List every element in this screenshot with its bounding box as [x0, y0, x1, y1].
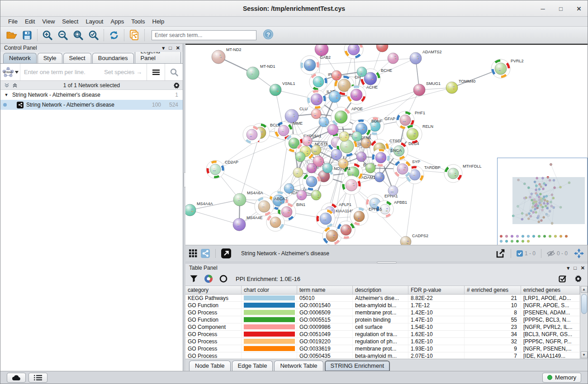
tree-expander-icon[interactable]: ▼: [0, 93, 12, 97]
table-row[interactable]: GO ComponentGO:0009986cell surface1.54E-…: [185, 323, 580, 331]
close-button[interactable]: ✕: [575, 5, 583, 12]
table-row[interactable]: GO ProcessGO:0051049regulation of tra...…: [185, 331, 580, 338]
menu-view[interactable]: View: [39, 17, 58, 26]
gear-icon[interactable]: [173, 82, 180, 89]
scrollbar-thumb[interactable]: [581, 294, 587, 314]
pan-mode-button[interactable]: [574, 248, 584, 258]
minimize-button[interactable]: ─: [539, 5, 547, 12]
network-row[interactable]: String Network - Alzheimer's disease 100…: [0, 100, 183, 110]
protein-node[interactable]: [356, 152, 366, 162]
table-row[interactable]: GO ProcessGO:0050435beta-amyloid m...2.0…: [185, 352, 580, 359]
network-collection-row[interactable]: ▼ String Network - Alzheimer's disease 1: [0, 90, 183, 100]
task-history-button[interactable]: [28, 373, 47, 383]
protein-node[interactable]: [329, 91, 341, 103]
zoom-out-button[interactable]: [55, 28, 71, 42]
protein-node[interactable]: CADPS2: [400, 234, 428, 245]
protein-node[interactable]: [293, 168, 303, 178]
column-header[interactable]: description: [353, 286, 408, 295]
menu-layout[interactable]: Layout: [82, 17, 106, 26]
string-query-input[interactable]: [20, 69, 104, 75]
protein-node[interactable]: [332, 70, 341, 80]
menu-help[interactable]: Help: [149, 17, 168, 26]
overview-viewport-rect[interactable]: [512, 177, 585, 224]
panel-float-icon[interactable]: □: [574, 265, 577, 271]
protein-node[interactable]: [315, 45, 328, 56]
string-options-button[interactable]: [147, 64, 165, 80]
protein-node[interactable]: [352, 131, 362, 141]
tab-edge-table[interactable]: Edge Table: [232, 361, 273, 371]
tab-string-enrichment[interactable]: STRING Enrichment: [325, 361, 390, 371]
column-header[interactable]: FDR p-value: [408, 286, 465, 295]
panel-collapse-icon[interactable]: ▾: [567, 265, 570, 271]
protein-node[interactable]: MT-ND1: [247, 64, 275, 80]
scroll-up-button[interactable]: ▲: [581, 286, 588, 293]
protein-node[interactable]: [307, 163, 317, 173]
save-session-button[interactable]: [19, 28, 35, 42]
scroll-down-button[interactable]: ▼: [581, 351, 588, 358]
protein-node[interactable]: [388, 186, 398, 196]
protein-node[interactable]: ACHE: [347, 85, 378, 104]
protein-node[interactable]: MS4A4A: [185, 201, 213, 216]
string-search-button[interactable]: [165, 64, 183, 80]
protein-node[interactable]: [302, 136, 312, 146]
panel-collapse-icon[interactable]: ▾: [162, 45, 165, 51]
protein-node[interactable]: [388, 53, 398, 64]
protein-node[interactable]: [243, 126, 261, 144]
protein-node[interactable]: [319, 117, 329, 127]
column-header[interactable]: category: [185, 286, 242, 295]
protein-node[interactable]: [311, 145, 321, 155]
protein-node[interactable]: [311, 109, 321, 119]
protein-node[interactable]: RELN: [403, 124, 433, 144]
network-canvas[interactable]: MT-ND2MT-ND1VSNL1GAB2IRS1CHATBCHEACHEIL1…: [185, 44, 588, 245]
maximize-button[interactable]: □: [557, 5, 565, 12]
column-header[interactable]: # enriched genes: [465, 286, 521, 295]
table-row[interactable]: GO ProcessGO:0033619membrane prot...1.93…: [185, 345, 580, 352]
tab-network-table[interactable]: Network Table: [274, 361, 323, 371]
protein-node[interactable]: [365, 163, 375, 173]
search-input[interactable]: [152, 30, 256, 40]
string-protein-query-dropdown[interactable]: STRING: [0, 64, 20, 80]
column-header[interactable]: term name: [297, 286, 353, 295]
table-scrollbar[interactable]: ▲ ▼: [580, 286, 588, 359]
protein-node[interactable]: [338, 159, 348, 169]
panel-close-icon[interactable]: ✕: [176, 45, 180, 51]
import-network-button[interactable]: [127, 28, 142, 42]
protein-node[interactable]: [375, 172, 384, 182]
protein-node[interactable]: [339, 131, 349, 141]
protein-node[interactable]: [327, 124, 338, 135]
protein-node[interactable]: GAB2: [300, 55, 331, 75]
select-rows-icon[interactable]: [559, 275, 567, 283]
protein-node[interactable]: [376, 45, 388, 52]
table-row[interactable]: GO FunctionGO:0001540beta-amyloid bi...1…: [185, 302, 580, 309]
string-view-button[interactable]: [201, 249, 210, 258]
cloud-tasks-button[interactable]: [7, 373, 26, 383]
detach-view-button[interactable]: [221, 248, 231, 258]
menu-select[interactable]: Select: [59, 17, 81, 26]
memory-button[interactable]: Memory: [542, 373, 581, 383]
protein-node[interactable]: [357, 67, 367, 77]
protein-node[interactable]: [303, 173, 321, 191]
help-button[interactable]: ?: [263, 29, 274, 42]
protein-node[interactable]: [284, 183, 294, 193]
tab-boundaries[interactable]: Boundaries: [92, 53, 134, 63]
tab-select[interactable]: Select: [63, 53, 91, 63]
zoom-selected-button[interactable]: [86, 28, 101, 42]
tab-network[interactable]: Network: [3, 53, 37, 63]
ring-chart-icon[interactable]: [219, 275, 228, 283]
protein-node[interactable]: [344, 45, 363, 59]
protein-node[interactable]: [266, 213, 285, 231]
column-header[interactable]: enriched genes: [521, 286, 580, 295]
table-row[interactable]: GO ProcessGO:0006509membrane prot...1.42…: [185, 309, 580, 316]
column-header[interactable]: chart color: [242, 286, 297, 295]
menu-edit[interactable]: Edit: [22, 17, 38, 26]
protein-node[interactable]: [322, 163, 332, 173]
panel-close-icon[interactable]: ✕: [581, 265, 585, 271]
panel-float-icon[interactable]: □: [169, 45, 172, 51]
menu-tools[interactable]: Tools: [128, 17, 148, 26]
zoom-fit-button[interactable]: [71, 28, 86, 42]
protein-node[interactable]: MTHFDLL: [444, 164, 482, 183]
menu-apps[interactable]: Apps: [108, 17, 128, 26]
network-overview-panel[interactable]: [497, 158, 588, 245]
protein-node[interactable]: CD2AP: [206, 160, 238, 178]
protein-node[interactable]: [297, 190, 307, 200]
